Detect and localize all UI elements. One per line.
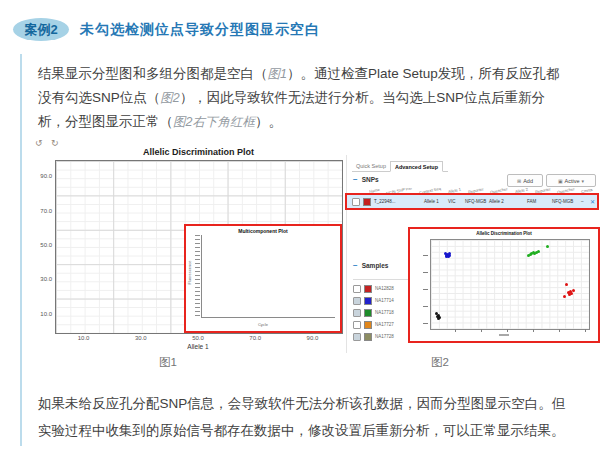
- sample-row[interactable]: NA17714: [353, 296, 415, 307]
- plate-setup-panel: Quick Setup Advanced Setup − SNPs ⊞ Add …: [346, 155, 599, 353]
- fig1-y-tick-label: 70.0: [33, 208, 52, 214]
- multicomponent-y-ticks: [195, 235, 200, 318]
- fig2-caption: 图2: [390, 355, 490, 370]
- setup-tabs: Quick Setup Advanced Setup: [352, 161, 448, 172]
- multicomponent-inset-red-frame: Multicomponent Plot Fluorescence Cycle: [184, 224, 342, 333]
- sample-color-swatch: [364, 285, 372, 293]
- sample-row[interactable]: NA17727: [353, 320, 415, 331]
- multicomponent-x-axis-label: Cycle: [186, 322, 340, 327]
- data-point: [568, 293, 571, 296]
- sample-checkbox[interactable]: [353, 333, 361, 341]
- sample-name: NA17714: [375, 298, 394, 303]
- tab-quick-setup[interactable]: Quick Setup: [352, 161, 390, 171]
- sample-color-swatch: [364, 333, 372, 341]
- allelic-plot-x-ticks: [430, 329, 588, 332]
- sample-name: NA17728: [375, 334, 394, 339]
- fig1-x-axis-label: Allele 1: [55, 343, 341, 350]
- data-point: [537, 250, 540, 253]
- data-point: [437, 317, 440, 320]
- figure-reference: 图2右下角红框: [173, 115, 255, 129]
- sample-name: NA12828: [375, 286, 394, 291]
- tab-advanced-setup[interactable]: Advanced Setup: [390, 161, 443, 172]
- add-icon: ⊞: [517, 178, 521, 184]
- snp-quencher1: NFQ-MGB: [465, 199, 486, 204]
- snp-comment: –: [581, 199, 584, 204]
- data-point: [546, 245, 549, 248]
- sample-row[interactable]: NA17718: [353, 308, 415, 319]
- snps-section-header: − SNPs: [353, 176, 379, 183]
- document-page: 案例2 未勾选检测位点导致分型图显示空白 结果显示分型图和多组分图都是空白（图1…: [0, 0, 600, 469]
- allelic-plot-y-ticks: [423, 239, 428, 328]
- sample-color-swatch: [364, 309, 372, 317]
- multicomponent-title: Multicomponent Plot: [186, 228, 340, 234]
- sample-checkbox[interactable]: [353, 321, 361, 329]
- add-button[interactable]: ⊞ Add: [507, 174, 543, 187]
- delete-icon[interactable]: ✕: [590, 198, 595, 205]
- allelic-plot-red-frame: Allelic Discrimination Plot: [408, 227, 600, 343]
- fig1-y-tick-label: 10.0: [33, 311, 52, 317]
- snp-reporter1: VIC: [448, 199, 456, 204]
- data-point: [529, 253, 532, 256]
- paragraph-text: ）。: [255, 114, 282, 129]
- fig1-caption: 图1: [118, 355, 218, 370]
- page-title: 未勾选检测位点导致分型图显示空白: [80, 21, 320, 39]
- data-point: [563, 295, 566, 298]
- fig1-y-tick-label: 90.0: [33, 173, 52, 179]
- snp-allele2: Allele 2: [489, 199, 504, 204]
- data-point: [533, 252, 536, 255]
- figure-reference: 图1: [268, 67, 287, 81]
- fig1-plot-title: Allelic Discrimination Plot: [55, 147, 342, 157]
- sample-color-swatch: [364, 297, 372, 305]
- paragraph-text: 结果显示分型图和多组分图都是空白（: [38, 66, 268, 81]
- case-badge: 案例2: [13, 18, 69, 41]
- figure-reference: 图2: [160, 91, 179, 105]
- multicomponent-y-axis-label: Fluorescence: [187, 260, 192, 284]
- samples-filter-line: [353, 279, 413, 280]
- conclusion-paragraph: 如果未给反应孔分配SNP信息，会导致软件无法分析该孔数据，因而分型图显示空白。但…: [38, 390, 578, 444]
- snp-row-checkbox[interactable]: [352, 198, 360, 206]
- sample-row[interactable]: NA12828: [353, 284, 415, 295]
- samples-section-header: − Samples: [353, 262, 388, 269]
- snp-quencher2: NFQ-MGB: [552, 199, 573, 204]
- snp-table-row-highlighted[interactable]: T_22948... Allele 1 VIC NFQ-MGB Allele 2…: [345, 193, 599, 210]
- fig1-x-tick-label: 30.0: [132, 335, 150, 341]
- snp-name: T_22948...: [374, 199, 396, 204]
- samples-section-label: Samples: [362, 262, 389, 269]
- snp-color-swatch: [363, 198, 371, 206]
- fig2-plot-points: [430, 239, 590, 330]
- snp-reporter2: FAM: [527, 199, 536, 204]
- left-accent-divider: [20, 54, 22, 446]
- fig1-y-tick-label: 50.0: [33, 242, 52, 248]
- data-point: [447, 255, 450, 258]
- fig1-x-tick-label: 70.0: [246, 335, 264, 341]
- multicomponent-plot-area: [201, 235, 335, 318]
- allelic-plot-x-label: [499, 334, 509, 336]
- sample-checkbox[interactable]: [353, 297, 361, 305]
- fig1-x-tick-label: 50.0: [189, 335, 207, 341]
- sample-color-swatch: [364, 321, 372, 329]
- data-point: [565, 283, 568, 286]
- sample-checkbox[interactable]: [353, 285, 361, 293]
- case-paragraph: 结果显示分型图和多组分图都是空白（图1）。通过检查Plate Setup发现，所…: [38, 62, 566, 134]
- sample-checkbox[interactable]: [353, 309, 361, 317]
- sample-name: NA17727: [375, 322, 394, 327]
- collapse-icon[interactable]: −: [353, 263, 358, 269]
- fig1-y-tick-label: 30.0: [33, 276, 52, 282]
- sample-name: NA17718: [375, 310, 394, 315]
- collapse-icon[interactable]: −: [353, 177, 358, 183]
- allelic-plot-title: Allelic Discrimination Plot: [410, 231, 598, 236]
- active-icon: ▣: [558, 178, 563, 184]
- snps-section-label: SNPs: [362, 176, 379, 183]
- fig1-x-tick-label: 10.0: [75, 335, 93, 341]
- sample-row[interactable]: NA17728: [353, 332, 415, 343]
- chevron-down-icon: ▾: [582, 178, 585, 184]
- snp-allele1: Allele 1: [424, 199, 439, 204]
- fig1-x-tick-label: 90.0: [303, 335, 321, 341]
- active-dropdown[interactable]: ▣ Active ▾: [546, 174, 596, 187]
